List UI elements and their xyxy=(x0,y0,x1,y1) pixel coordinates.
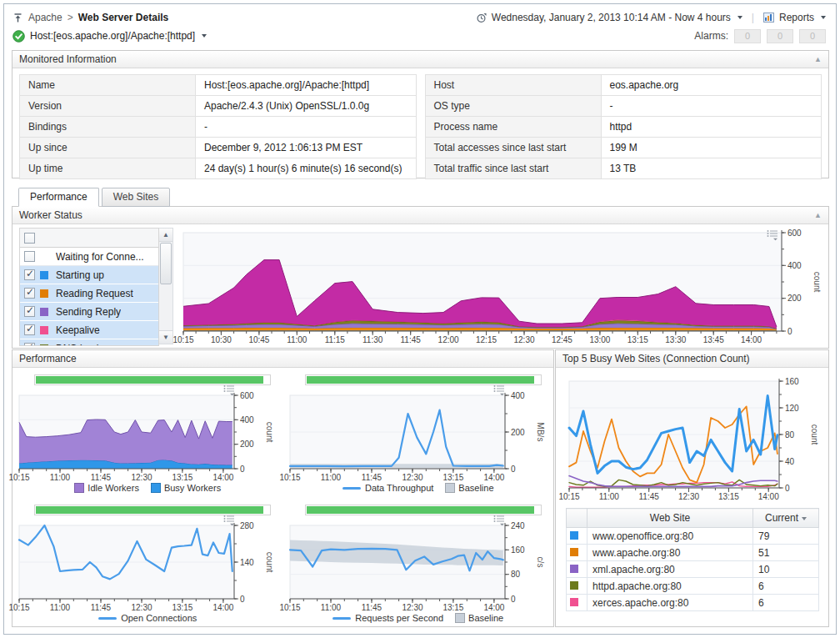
series-checkbox[interactable] xyxy=(24,324,35,335)
chart-options-icon[interactable] xyxy=(223,384,235,399)
top5-color-column-header xyxy=(567,509,588,528)
legend-row[interactable]: Keepalive xyxy=(20,321,158,339)
select-all-checkbox[interactable] xyxy=(24,233,35,244)
worker-legend-scrollbar[interactable]: ▲ ▼ xyxy=(159,228,173,344)
svg-text:13:15: 13:15 xyxy=(628,335,648,344)
health-bar xyxy=(34,374,271,385)
series-checkbox[interactable] xyxy=(24,269,35,280)
svg-text:10:45: 10:45 xyxy=(248,335,269,344)
site-name: www.openoffice.org:80 xyxy=(588,528,753,545)
app-frame: Apache > Web Server Details Wednesday, J… xyxy=(3,3,837,635)
worker-status-header: Worker Status ▲ xyxy=(12,207,828,224)
host-selector-caret-icon[interactable] xyxy=(202,34,207,38)
breadcrumb-root[interactable]: Apache xyxy=(28,12,62,23)
svg-text:12:30: 12:30 xyxy=(402,603,422,612)
top5-current-column-header[interactable]: Current xyxy=(753,509,819,528)
svg-text:12:30: 12:30 xyxy=(513,335,534,344)
svg-text:11:45: 11:45 xyxy=(639,492,660,501)
field-value: eos.apache.org xyxy=(601,75,822,96)
legend-row[interactable]: Sending Reply xyxy=(20,303,158,321)
svg-text:10:15: 10:15 xyxy=(8,603,29,612)
requests-per-second-chart: 08016024010:1511:0011:4512:3013:1514:00c… xyxy=(288,520,543,612)
svg-text:10:15: 10:15 xyxy=(558,492,579,501)
site-color-swatch xyxy=(570,531,578,540)
svg-text:count: count xyxy=(265,552,274,573)
svg-text:11:00: 11:00 xyxy=(599,492,620,501)
svg-text:11:45: 11:45 xyxy=(361,473,382,482)
series-checkbox[interactable] xyxy=(24,306,35,317)
series-checkbox[interactable] xyxy=(24,343,35,346)
series-checkbox[interactable] xyxy=(24,251,35,262)
throughput-cell: 020040010:1511:0011:4512:3013:1514:00MB/… xyxy=(283,368,554,498)
tab-bar: Performance Web Sites xyxy=(18,188,172,207)
field-label: Total accesses since last start xyxy=(425,138,601,158)
host-selector[interactable]: Host:[eos.apache.org]/Apache:[httpd] xyxy=(12,30,207,43)
svg-text:200: 200 xyxy=(511,428,525,437)
collapse-icon[interactable]: ▲ xyxy=(814,207,822,224)
svg-text:11:45: 11:45 xyxy=(361,603,382,612)
scroll-track[interactable] xyxy=(159,242,172,330)
table-row: NameHost:[eos.apache.org]/Apache:[httpd] xyxy=(20,75,417,96)
top5-title: Top 5 Busy Web Sites (Connection Count) xyxy=(562,350,750,367)
table-row[interactable]: xml.apache.org:8010 xyxy=(567,561,819,578)
field-label: Up time xyxy=(20,158,196,179)
worker-status-title: Worker Status xyxy=(19,207,82,224)
svg-text:0: 0 xyxy=(788,327,792,336)
svg-text:0: 0 xyxy=(511,465,516,474)
series-checkbox[interactable] xyxy=(24,288,35,299)
breadcrumb-separator: > xyxy=(68,12,73,23)
legend-row[interactable]: DNS Lookup xyxy=(20,339,158,346)
reports-caret-icon[interactable] xyxy=(821,16,826,19)
top5-site-column-header[interactable]: Web Site xyxy=(588,509,753,528)
chart-options-icon[interactable] xyxy=(767,229,778,244)
svg-text:400: 400 xyxy=(240,415,254,424)
table-row[interactable]: www.apache.org:8051 xyxy=(567,545,819,561)
reports-label[interactable]: Reports xyxy=(779,12,814,23)
breadcrumb: Apache > Web Server Details xyxy=(12,12,168,23)
top-bar: Apache > Web Server Details Wednesday, J… xyxy=(12,10,826,25)
svg-text:13:30: 13:30 xyxy=(665,335,686,344)
svg-text:13:15: 13:15 xyxy=(442,603,463,612)
table-row[interactable]: xerces.apache.org:806 xyxy=(567,595,819,611)
time-range-icon xyxy=(476,13,487,23)
svg-text:count: count xyxy=(265,422,274,443)
svg-text:11:00: 11:00 xyxy=(320,473,341,482)
throughput-legend: Data ThroughputBaseline xyxy=(283,483,554,493)
legend-row[interactable]: Reading Request xyxy=(20,284,158,303)
svg-text:14:00: 14:00 xyxy=(741,335,762,344)
tab-performance[interactable]: Performance xyxy=(18,188,99,207)
host-selector-label[interactable]: Host:[eos.apache.org]/Apache:[httpd] xyxy=(30,30,195,42)
svg-text:400: 400 xyxy=(511,391,525,400)
svg-text:10:15: 10:15 xyxy=(279,603,300,612)
page-title: Web Server Details xyxy=(78,12,169,23)
time-range-caret-icon[interactable] xyxy=(738,16,742,19)
collapse-icon[interactable]: ▲ xyxy=(814,51,822,68)
svg-text:200: 200 xyxy=(788,294,802,303)
legend-row[interactable]: Waiting for Conne... xyxy=(20,248,158,266)
monitored-information-panel: Monitored Information ▲ NameHost:[eos.ap… xyxy=(12,50,829,178)
svg-text:count: count xyxy=(812,272,822,293)
site-color-swatch xyxy=(570,598,578,606)
scroll-thumb[interactable] xyxy=(160,243,172,284)
open-connections-cell: 014028010:1511:0011:4512:3013:1514:00cou… xyxy=(12,498,283,628)
health-bar xyxy=(305,505,542,515)
table-row[interactable]: www.openoffice.org:8079 xyxy=(567,528,819,545)
tab-web-sites[interactable]: Web Sites xyxy=(102,188,170,207)
table-row: OS type- xyxy=(425,96,822,117)
svg-text:10:15: 10:15 xyxy=(8,473,29,482)
up-level-icon[interactable] xyxy=(12,13,23,23)
table-row[interactable]: httpd.apache.org:806 xyxy=(567,578,819,595)
time-range-label[interactable]: Wednesday, January 2, 2013 10:14 AM - No… xyxy=(492,12,731,23)
legend-row[interactable]: Starting up xyxy=(20,266,158,284)
legend-item: Baseline xyxy=(445,483,493,493)
chart-options-icon[interactable] xyxy=(493,384,505,399)
svg-text:11:15: 11:15 xyxy=(325,335,346,344)
field-value: 13 TB xyxy=(601,158,822,179)
chart-options-icon[interactable] xyxy=(223,515,235,529)
alarm-count-critical: 0 xyxy=(767,29,793,43)
scroll-down-icon[interactable]: ▼ xyxy=(159,330,172,344)
svg-text:11:00: 11:00 xyxy=(50,603,71,612)
chart-options-icon[interactable] xyxy=(493,515,505,529)
scroll-up-icon[interactable]: ▲ xyxy=(159,229,172,242)
table-row: Process namehttpd xyxy=(425,117,822,138)
